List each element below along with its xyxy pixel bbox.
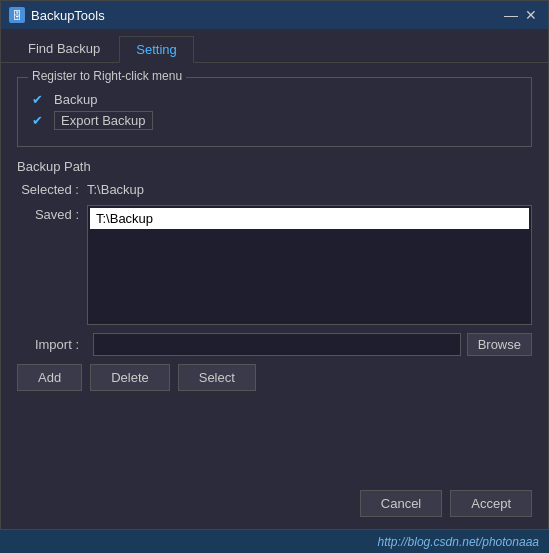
import-row: Import : Browse (17, 333, 532, 356)
accept-button[interactable]: Accept (450, 490, 532, 517)
main-window: 🗄 BackupTools — ✕ Find Backup Setting Re… (0, 0, 549, 530)
export-check-icon: ✔ (32, 113, 48, 128)
saved-list[interactable]: T:\Backup (87, 205, 532, 325)
register-section: Register to Right-click menu ✔ Backup ✔ … (17, 77, 532, 147)
selected-label: Selected : (17, 182, 87, 197)
import-input[interactable] (93, 333, 461, 356)
delete-button[interactable]: Delete (90, 364, 170, 391)
tab-setting[interactable]: Setting (119, 36, 193, 63)
title-controls: — ✕ (502, 6, 540, 24)
window-title: BackupTools (31, 8, 105, 23)
close-button[interactable]: ✕ (522, 6, 540, 24)
tab-bar: Find Backup Setting (1, 29, 548, 63)
saved-label: Saved : (17, 207, 87, 222)
minimize-button[interactable]: — (502, 6, 520, 24)
main-content: Register to Right-click menu ✔ Backup ✔ … (1, 63, 548, 482)
saved-list-item[interactable]: T:\Backup (90, 208, 529, 229)
add-button[interactable]: Add (17, 364, 82, 391)
selected-row: Selected : T:\Backup (17, 182, 532, 197)
backup-checkbox-row: ✔ Backup (32, 92, 517, 107)
export-checkbox-label[interactable]: Export Backup (54, 111, 153, 130)
status-text: http://blog.csdn.net/photonaaa (378, 535, 539, 549)
title-bar: 🗄 BackupTools — ✕ (1, 1, 548, 29)
tab-find-backup[interactable]: Find Backup (11, 35, 117, 62)
action-row: Add Delete Select (17, 364, 532, 391)
backup-check-icon: ✔ (32, 92, 48, 107)
export-checkbox-row: ✔ Export Backup (32, 111, 517, 130)
browse-button[interactable]: Browse (467, 333, 532, 356)
footer: Cancel Accept (1, 482, 548, 529)
backup-path-title: Backup Path (17, 159, 532, 174)
import-label: Import : (17, 337, 87, 352)
saved-row: Saved : T:\Backup (17, 205, 532, 325)
app-icon: 🗄 (9, 7, 25, 23)
title-bar-left: 🗄 BackupTools (9, 7, 105, 23)
backup-checkbox-label[interactable]: Backup (54, 92, 97, 107)
status-bar: http://blog.csdn.net/photonaaa (0, 530, 549, 553)
backup-path-section: Backup Path Selected : T:\Backup Saved :… (17, 159, 532, 468)
cancel-button[interactable]: Cancel (360, 490, 442, 517)
select-button[interactable]: Select (178, 364, 256, 391)
register-section-title: Register to Right-click menu (28, 69, 186, 83)
selected-value: T:\Backup (87, 182, 144, 197)
